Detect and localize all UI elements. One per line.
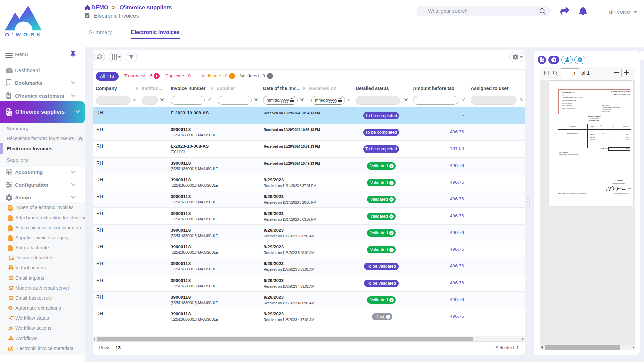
svg-text:O'WORK: O'WORK xyxy=(5,32,42,37)
